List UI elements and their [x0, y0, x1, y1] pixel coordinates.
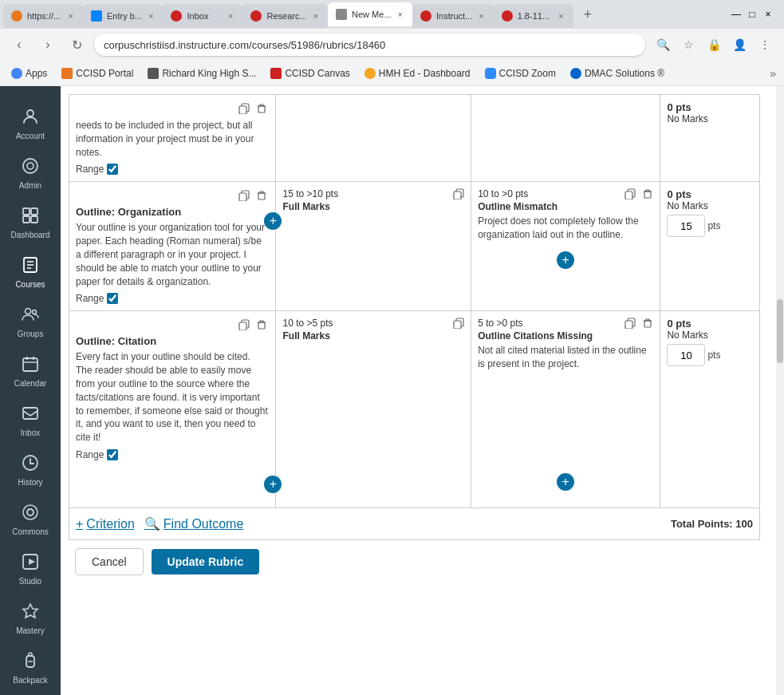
score-input-organization[interactable]: [667, 215, 705, 237]
tab-6[interactable]: Instruct... ×: [412, 4, 494, 28]
score-title-org: 0 pts: [667, 188, 753, 200]
menu-icon[interactable]: ⋮: [754, 34, 776, 56]
sidebar-studio-label: Studio: [19, 577, 41, 586]
tab-3[interactable]: Inbox ×: [163, 4, 242, 28]
add-criterion-button[interactable]: + Criterion: [76, 517, 135, 531]
table-row: Outline: Citation Every fact in your out…: [69, 311, 760, 508]
sidebar-item-account[interactable]: Account: [3, 99, 57, 145]
tab-5-close[interactable]: ×: [396, 9, 404, 20]
range-row-citation: Range: [76, 449, 269, 460]
bookmark-portal[interactable]: CCISD Portal: [58, 66, 136, 81]
tab-7-close[interactable]: ×: [557, 10, 565, 22]
tab-6-close[interactable]: ×: [477, 10, 485, 22]
copy-rating-org2-icon[interactable]: [623, 187, 637, 201]
tab-7[interactable]: 1.8-11... ×: [494, 4, 573, 28]
sidebar-item-courses[interactable]: Courses: [3, 247, 57, 294]
tab-3-close[interactable]: ×: [227, 10, 234, 22]
sidebar-item-admin[interactable]: Admin: [3, 148, 57, 195]
range-checkbox-partial[interactable]: [107, 164, 118, 175]
bookmark-icon[interactable]: ☆: [677, 34, 699, 56]
forward-button[interactable]: ›: [37, 34, 59, 56]
score-title-cit: 0 pts: [667, 318, 753, 330]
bookmark-dmac-label: DMAC Solutions ®: [585, 68, 664, 79]
extension-icon[interactable]: 🔒: [703, 34, 725, 56]
profile-icon[interactable]: 👤: [728, 34, 751, 56]
svg-rect-8: [31, 216, 37, 223]
score-cell-citation: 0 pts No Marks pts: [660, 311, 760, 508]
sidebar-item-groups[interactable]: Groups: [3, 297, 57, 343]
bookmark-hmhed[interactable]: HMH Ed - Dashboard: [361, 66, 474, 81]
copy-citation-icon[interactable]: [237, 318, 251, 332]
update-rubric-button[interactable]: Update Rubric: [152, 549, 260, 575]
copy-rating-cit1-icon[interactable]: [451, 316, 466, 330]
bookmark-rkhs[interactable]: Richard King High S...: [144, 66, 259, 81]
criterion-cell-organization: Outline: Organization Your outline is yo…: [69, 182, 276, 311]
delete-criterion-icon[interactable]: [254, 101, 269, 116]
sidebar-item-commons[interactable]: Commons: [3, 495, 57, 541]
add-rating-left-org-button[interactable]: +: [264, 212, 282, 230]
rubric-wrapper: needs to be included in the project, but…: [61, 86, 776, 607]
svg-rect-46: [644, 321, 651, 327]
new-tab-button[interactable]: +: [577, 3, 599, 26]
svg-rect-29: [239, 106, 246, 114]
svg-marker-25: [23, 604, 37, 618]
scrollbar-track[interactable]: [776, 86, 784, 695]
scrollbar-thumb[interactable]: [777, 299, 783, 363]
tab-1[interactable]: https://... ×: [3, 4, 83, 28]
sidebar-item-dashboard[interactable]: Dashboard: [3, 198, 57, 244]
copy-organization-icon[interactable]: [237, 188, 251, 203]
delete-rating-cit2-icon[interactable]: [640, 316, 655, 330]
minimize-button[interactable]: —: [730, 8, 743, 21]
search-icon[interactable]: 🔍: [652, 34, 674, 56]
sidebar-item-calendar[interactable]: Calendar: [3, 346, 57, 393]
find-outcome-button[interactable]: 🔍 Find Outcome: [144, 516, 243, 531]
bookmark-canvas[interactable]: CCISD Canvas: [267, 66, 353, 81]
copy-criterion-icon[interactable]: [237, 101, 251, 116]
tab-7-title: 1.8-11...: [518, 11, 553, 21]
tab-5[interactable]: New Me... ×: [328, 2, 412, 26]
tab-2[interactable]: Entry b... ×: [83, 4, 163, 28]
svg-point-13: [26, 309, 31, 314]
range-checkbox-citation[interactable]: [107, 449, 118, 460]
add-rating-right-cit-button[interactable]: +: [557, 473, 574, 491]
criterion-partial-desc: needs to be included in the project, but…: [76, 119, 269, 159]
reload-button[interactable]: ↻: [65, 34, 88, 56]
tab-4-close[interactable]: ×: [312, 10, 320, 22]
delete-organization-icon[interactable]: [254, 188, 269, 203]
bookmark-apps[interactable]: Apps: [8, 66, 50, 81]
delete-rating-org2-icon[interactable]: [640, 187, 655, 201]
score-input-citation[interactable]: [667, 344, 705, 366]
score-input-wrap-org: pts: [667, 215, 753, 237]
svg-point-14: [33, 310, 37, 314]
sidebar-item-mastery[interactable]: Mastery: [3, 594, 57, 640]
score-sub-partial: No Marks: [667, 113, 753, 124]
delete-citation-icon[interactable]: [254, 318, 269, 332]
sidebar-item-history[interactable]: History: [3, 445, 57, 492]
sidebar-item-backpack[interactable]: Backpack: [3, 643, 57, 689]
scroll-container[interactable]: needs to be included in the project, but…: [61, 86, 776, 695]
svg-rect-43: [454, 321, 461, 329]
sidebar-item-inbox[interactable]: Inbox: [3, 396, 57, 442]
back-button[interactable]: ‹: [8, 34, 30, 56]
add-rating-right-org-button[interactable]: +: [557, 251, 574, 269]
criterion-citation-desc: Every fact in your outline should be cit…: [76, 350, 269, 444]
copy-rating-cit2-icon[interactable]: [623, 316, 637, 330]
address-input[interactable]: [94, 34, 645, 56]
svg-point-4: [27, 163, 33, 169]
range-checkbox-organization[interactable]: [107, 293, 118, 304]
copy-rating-org1-icon[interactable]: [451, 187, 466, 201]
tab-2-close[interactable]: ×: [147, 10, 155, 22]
maximize-button[interactable]: □: [746, 8, 758, 21]
cancel-button[interactable]: Cancel: [75, 548, 144, 575]
score-title-partial: 0 pts: [667, 101, 753, 113]
tab-1-close[interactable]: ×: [67, 10, 75, 22]
tab-4-title: Researc...: [266, 11, 306, 21]
sidebar-item-studio[interactable]: Studio: [3, 544, 57, 590]
add-rating-left-cit-button[interactable]: +: [264, 476, 282, 493]
bookmarks-more-button[interactable]: »: [770, 67, 776, 80]
bookmark-zoom[interactable]: CCISD Zoom: [482, 66, 559, 81]
tab-4[interactable]: Researc... ×: [242, 4, 328, 28]
close-button[interactable]: ×: [762, 8, 774, 21]
bookmark-dmac[interactable]: DMAC Solutions ®: [567, 66, 668, 81]
score-input-wrap-cit: pts: [667, 344, 753, 366]
